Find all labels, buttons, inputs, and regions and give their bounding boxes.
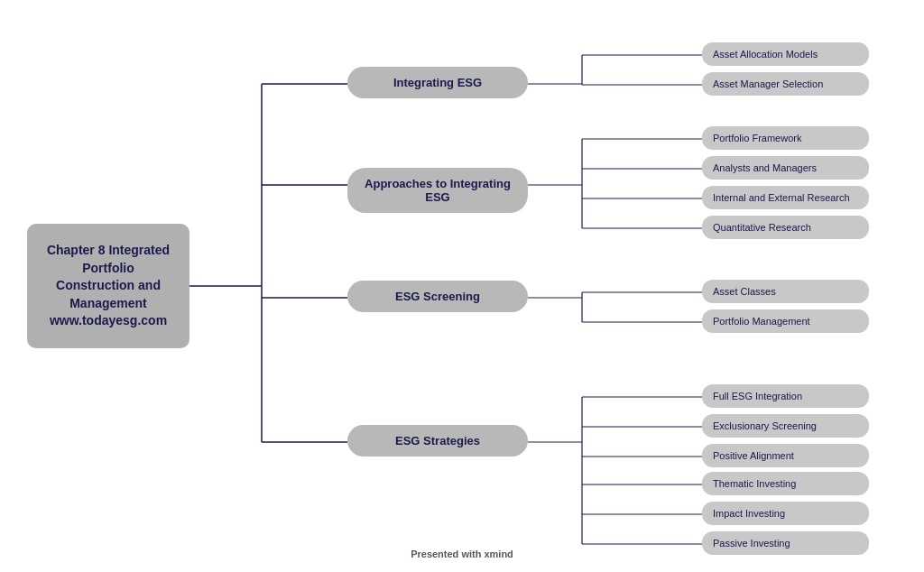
leaf-node-iaer: Internal and External Research (702, 186, 869, 209)
leaf-node-pa: Positive Alignment (702, 444, 869, 467)
leaf-node-es: Exclusionary Screening (702, 414, 869, 438)
leaf-node-qr: Quantitative Research (702, 216, 869, 239)
branch-node-esg-screening: ESG Screening (347, 281, 528, 312)
leaf-node-ams: Asset Manager Selection (702, 72, 869, 96)
leaf-node-aam: Asset Allocation Models (702, 42, 869, 66)
leaf-node-pf: Portfolio Framework (702, 126, 869, 150)
branch-node-esg-strategies: ESG Strategies (347, 425, 528, 457)
leaf-node-ac: Asset Classes (702, 280, 869, 303)
diagram-container: Chapter 8 Integrated Portfolio Construct… (0, 0, 924, 572)
root-label: Chapter 8 Integrated Portfolio Construct… (47, 243, 170, 328)
leaf-node-pi: Passive Investing (702, 531, 869, 555)
leaf-node-pm: Portfolio Management (702, 309, 869, 333)
leaf-node-ti: Thematic Investing (702, 472, 869, 495)
footer-text: Presented with (411, 549, 484, 559)
footer-brand: xmind (484, 549, 513, 559)
branch-node-approaches: Approaches to Integrating ESG (347, 168, 528, 213)
leaf-node-fei: Full ESG Integration (702, 384, 869, 408)
root-node: Chapter 8 Integrated Portfolio Construct… (27, 224, 189, 348)
branch-node-integrating-esg: Integrating ESG (347, 67, 528, 98)
leaf-node-anm: Analysts and Managers (702, 156, 869, 180)
leaf-node-ii: Impact Investing (702, 502, 869, 525)
footer: Presented with xmind (411, 549, 513, 559)
